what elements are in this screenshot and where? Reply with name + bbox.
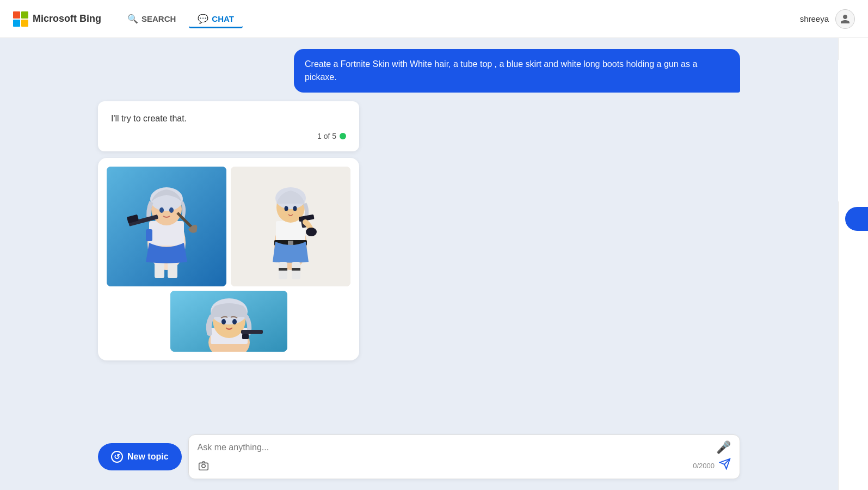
send-button[interactable] <box>719 458 731 473</box>
chat-area: Create a Fortnite Skin with White hair, … <box>0 38 838 490</box>
ms-logo-icon <box>13 11 28 27</box>
ai-message-container: I'll try to create that. 1 of 5 <box>98 101 359 360</box>
side-card <box>838 60 868 201</box>
generated-image-3[interactable] <box>170 291 287 352</box>
ai-text: I'll try to create that. <box>111 112 346 125</box>
generated-image-2[interactable] <box>231 167 350 286</box>
header-right: shreeya <box>800 9 855 29</box>
image-grid-bottom <box>107 291 350 352</box>
svg-rect-17 <box>288 241 293 245</box>
right-panel <box>838 38 868 490</box>
main: Create a Fortnite Skin with White hair, … <box>0 38 868 490</box>
image-grid-top <box>107 167 350 286</box>
user-avatar[interactable] <box>835 9 855 29</box>
search-icon: 🔍 <box>127 14 138 24</box>
generated-image-1[interactable] <box>107 167 226 286</box>
mic-icon[interactable]: 🎤 <box>716 440 731 455</box>
nav-chat-label: CHAT <box>212 14 234 23</box>
svg-point-7 <box>169 207 174 213</box>
svg-rect-12 <box>168 262 177 278</box>
nav-search-label: SEARCH <box>141 14 176 23</box>
nav-chat[interactable]: 💬 CHAT <box>189 9 243 28</box>
nav-items: 🔍 SEARCH 💬 CHAT <box>119 9 800 28</box>
svg-rect-36 <box>241 330 263 334</box>
new-topic-label: New topic <box>127 452 169 462</box>
nav-search[interactable]: 🔍 SEARCH <box>119 9 184 28</box>
char-count: 0/2000 <box>693 462 715 470</box>
camera-button[interactable] <box>198 460 210 471</box>
header: Microsoft Bing 🔍 SEARCH 💬 CHAT shreeya <box>0 0 868 38</box>
svg-point-6 <box>159 207 164 213</box>
new-topic-icon: ↺ <box>111 451 123 463</box>
svg-rect-37 <box>242 334 249 339</box>
image-grid-container <box>98 158 359 360</box>
input-area: ↺ New topic 🎤 <box>0 428 838 479</box>
logo-text: Microsoft Bing <box>33 13 101 24</box>
logo-area: Microsoft Bing <box>13 11 101 27</box>
input-row: ↺ New topic 🎤 <box>98 434 740 479</box>
svg-point-34 <box>221 319 226 324</box>
svg-rect-15 <box>276 221 305 243</box>
new-topic-button[interactable]: ↺ New topic <box>98 443 182 470</box>
search-input[interactable] <box>198 443 716 452</box>
chat-icon: 💬 <box>198 14 208 24</box>
svg-point-24 <box>306 228 317 236</box>
svg-point-20 <box>285 206 288 211</box>
status-dot <box>340 133 346 139</box>
svg-rect-27 <box>279 268 287 271</box>
ai-text-bubble: I'll try to create that. 1 of 5 <box>98 101 359 151</box>
user-name: shreeya <box>800 14 829 23</box>
ai-counter: 1 of 5 <box>111 132 346 140</box>
svg-rect-11 <box>155 262 164 278</box>
svg-point-39 <box>201 464 205 468</box>
svg-rect-28 <box>292 268 300 271</box>
search-input-wrapper: 🎤 0/2000 <box>188 434 740 479</box>
input-bottom-row: 0/2000 <box>198 458 731 473</box>
blue-action-button[interactable] <box>845 207 868 231</box>
svg-rect-3 <box>146 229 152 241</box>
user-message-text: Create a Fortnite Skin with White hair, … <box>305 59 697 82</box>
messages-container: Create a Fortnite Skin with White hair, … <box>0 49 838 428</box>
svg-point-35 <box>232 319 237 324</box>
counter-text: 1 of 5 <box>317 132 336 140</box>
user-message: Create a Fortnite Skin with White hair, … <box>294 49 740 93</box>
svg-point-21 <box>293 206 297 211</box>
